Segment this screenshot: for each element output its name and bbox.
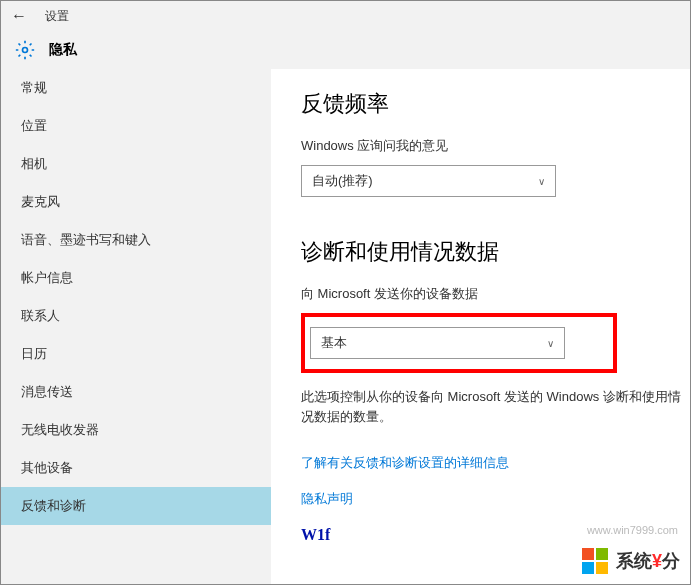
sidebar-item-microphone[interactable]: 麦克风: [1, 183, 271, 221]
watermark-partial-text: W1f: [301, 526, 330, 544]
sidebar-item-calendar[interactable]: 日历: [1, 335, 271, 373]
section-diagnostics-title: 诊断和使用情况数据: [301, 237, 690, 267]
diagnostics-label: 向 Microsoft 发送你的设备数据: [301, 285, 690, 303]
gear-icon: [15, 40, 35, 60]
dropdown-value: 自动(推荐): [312, 172, 373, 190]
sidebar-item-speech[interactable]: 语音、墨迹书写和键入: [1, 221, 271, 259]
sidebar: 常规 位置 相机 麦克风 语音、墨迹书写和键入 帐户信息 联系人 日历 消息传送…: [1, 69, 271, 584]
feedback-label: Windows 应询问我的意见: [301, 137, 690, 155]
sidebar-item-other-devices[interactable]: 其他设备: [1, 449, 271, 487]
sidebar-item-feedback[interactable]: 反馈和诊断: [1, 487, 271, 525]
sidebar-item-account[interactable]: 帐户信息: [1, 259, 271, 297]
page-title: 隐私: [49, 41, 77, 59]
sidebar-item-messaging[interactable]: 消息传送: [1, 373, 271, 411]
chevron-down-icon: ∨: [547, 338, 554, 349]
feedback-frequency-dropdown[interactable]: 自动(推荐) ∨: [301, 165, 556, 197]
chevron-down-icon: ∨: [538, 176, 545, 187]
watermark: 系统¥分: [582, 548, 680, 574]
highlighted-box: 基本 ∨: [301, 313, 617, 373]
sidebar-item-camera[interactable]: 相机: [1, 145, 271, 183]
sidebar-item-location[interactable]: 位置: [1, 107, 271, 145]
watermark-text: 系统¥分: [616, 549, 680, 573]
learn-more-link[interactable]: 了解有关反馈和诊断设置的详细信息: [301, 454, 690, 472]
dropdown-value: 基本: [321, 334, 347, 352]
section-feedback-frequency-title: 反馈频率: [301, 89, 690, 119]
microsoft-logo-icon: [582, 548, 608, 574]
sidebar-item-radios[interactable]: 无线电收发器: [1, 411, 271, 449]
sidebar-item-general[interactable]: 常规: [1, 69, 271, 107]
watermark-url: www.win7999.com: [587, 524, 678, 536]
sidebar-item-contacts[interactable]: 联系人: [1, 297, 271, 335]
main-content: 反馈频率 Windows 应询问我的意见 自动(推荐) ∨ 诊断和使用情况数据 …: [271, 69, 690, 584]
diagnostics-dropdown[interactable]: 基本 ∨: [310, 327, 565, 359]
privacy-statement-link[interactable]: 隐私声明: [301, 490, 690, 508]
back-button[interactable]: ←: [11, 7, 27, 25]
titlebar-title: 设置: [45, 8, 69, 25]
svg-point-0: [23, 48, 28, 53]
diagnostics-description: 此选项控制从你的设备向 Microsoft 发送的 Windows 诊断和使用情…: [301, 387, 690, 426]
